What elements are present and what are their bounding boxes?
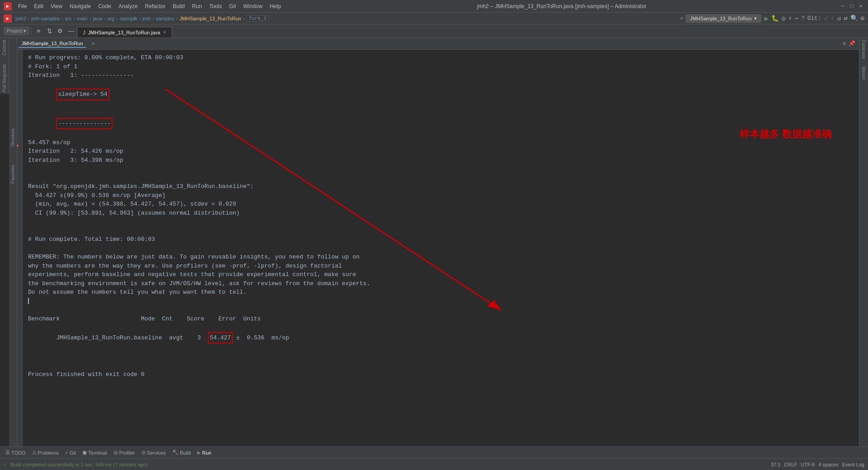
menu-file[interactable]: File bbox=[14, 2, 30, 10]
line-col[interactable]: 37:1 bbox=[771, 462, 780, 467]
benchmark-score: 54.427 bbox=[208, 332, 233, 344]
console-line-blank5 bbox=[28, 244, 854, 253]
breadcrumb-openjdk[interactable]: openjdk bbox=[120, 16, 137, 21]
profiler-tool[interactable]: ◎ Profiler bbox=[112, 450, 137, 456]
project-selector[interactable]: Project ▾ bbox=[4, 27, 29, 35]
todo-tool[interactable]: ☰ TODO bbox=[4, 450, 28, 456]
problems-label: Problems bbox=[38, 450, 59, 456]
run-tab-close[interactable]: ✕ bbox=[89, 40, 98, 47]
window-controls: ─ □ ✕ bbox=[839, 3, 864, 10]
highlighted-dashes: --------------- bbox=[56, 118, 113, 130]
breadcrumb-jmh-samples[interactable]: jmh-samples bbox=[32, 16, 60, 21]
problems-icon: ⚠ bbox=[32, 450, 37, 456]
maven-tab[interactable]: Maven bbox=[861, 66, 866, 80]
event-log[interactable]: Event Log bbox=[842, 462, 864, 467]
pull-requests-tab[interactable]: Pull Requests bbox=[2, 64, 7, 92]
menu-refactor[interactable]: Refactor bbox=[142, 2, 169, 10]
run-tab[interactable]: JMHSample_13_RunToRun bbox=[19, 40, 85, 48]
collapse-all-button[interactable]: ≡ bbox=[33, 26, 43, 36]
console-blank7 bbox=[28, 352, 854, 362]
benchmark-rest: ± 0.536 ms/op bbox=[233, 334, 289, 341]
console-line-10: 54.427 ±(99.9%) 0.536 ms/op [Average] bbox=[28, 191, 854, 200]
breadcrumb-main[interactable]: main bbox=[77, 16, 88, 21]
todo-icon: ☰ bbox=[5, 450, 10, 456]
build-success-icon: ✓ bbox=[4, 461, 7, 468]
debug-button[interactable]: 🐛 bbox=[771, 14, 779, 22]
run-tool[interactable]: ▶ Run bbox=[195, 450, 213, 456]
minimize-panel-button[interactable]: — bbox=[66, 26, 76, 36]
expand-all-button[interactable]: ⇅ bbox=[44, 26, 54, 36]
services-tool[interactable]: ⊙ Services bbox=[140, 450, 168, 456]
encoding[interactable]: UTF-8 bbox=[801, 462, 815, 467]
run-tool-icon: ▶ bbox=[197, 450, 201, 456]
build-label: Build bbox=[180, 450, 191, 456]
services-icon: ⊙ bbox=[142, 450, 146, 456]
breadcrumb-java[interactable]: java bbox=[93, 16, 102, 21]
breadcrumb-org[interactable]: org bbox=[107, 16, 114, 21]
run-pin-icon[interactable]: 📌 bbox=[849, 40, 855, 47]
menu-run[interactable]: Run bbox=[189, 2, 206, 10]
breadcrumb-jmh2[interactable]: jmh2 bbox=[15, 16, 26, 21]
console-line-3: Iteration 1: --------------- bbox=[28, 71, 854, 80]
run-settings-icon[interactable]: ⚙ bbox=[843, 40, 846, 47]
settings-button[interactable]: ⚙ bbox=[861, 14, 864, 22]
minimize-button[interactable]: ─ bbox=[839, 3, 846, 10]
console-line-9: Result "org.openjdk.jmh.samples.JMHSampl… bbox=[28, 182, 854, 191]
more-run-options[interactable]: ⋯ bbox=[795, 14, 798, 22]
breadcrumb-jmh[interactable]: jmh bbox=[142, 16, 151, 21]
menu-navigate[interactable]: Navigate bbox=[66, 2, 94, 10]
tab-close-button[interactable]: ✕ bbox=[163, 30, 166, 35]
menu-window[interactable]: Window bbox=[240, 2, 266, 10]
coverage-button[interactable]: ◎ bbox=[782, 14, 785, 22]
vcs-icon[interactable]: ↩ bbox=[680, 15, 684, 21]
navbar: ▶ jmh2 › jmh-samples › src › main › java… bbox=[0, 13, 868, 24]
menu-help[interactable]: Help bbox=[266, 2, 285, 10]
console-line-4: sleepTime-> 54 bbox=[28, 80, 854, 109]
structure-tab[interactable]: Structure bbox=[10, 128, 15, 147]
git-check[interactable]: ✓ bbox=[824, 14, 828, 22]
bottom-toolbar: ☰ TODO ⚠ Problems ⑂ Git ▣ Terminal ◎ Pro… bbox=[0, 446, 868, 458]
problems-tool[interactable]: ⚠ Problems bbox=[30, 450, 61, 456]
menu-analyze[interactable]: Analyze bbox=[115, 2, 142, 10]
settings-gear-button[interactable]: ⚙ bbox=[55, 26, 65, 36]
editor-tab-active[interactable]: J JMHSample_13_RunToRun.java ✕ bbox=[77, 27, 172, 38]
menu-git[interactable]: Git bbox=[226, 2, 240, 10]
breadcrumb-samples[interactable]: samples bbox=[156, 16, 174, 21]
run-header: ▶ JMHSample_13_RunToRun ✕ ⚙ 📌 bbox=[9, 38, 859, 50]
git-branch[interactable]: fork_2 bbox=[246, 15, 269, 22]
commit-tab[interactable]: Commit bbox=[2, 40, 7, 55]
menu-build[interactable]: Build bbox=[169, 2, 189, 10]
menu-tools[interactable]: Tools bbox=[206, 2, 226, 10]
breadcrumb-src[interactable]: src bbox=[65, 16, 72, 21]
left-sidebar-mid: Structure Favorites bbox=[9, 38, 17, 446]
line-ending[interactable]: CRLF bbox=[784, 462, 797, 467]
build-tool[interactable]: 🔨 Build bbox=[170, 450, 193, 456]
favorites-tab[interactable]: Favorites bbox=[10, 165, 15, 183]
services-label: Services bbox=[147, 450, 166, 456]
console-line-blank6 bbox=[28, 306, 854, 315]
close-button[interactable]: ✕ bbox=[857, 3, 864, 10]
menu-view[interactable]: View bbox=[47, 2, 66, 10]
run-config-selector[interactable]: JMHSample_13_RunToRun ▼ bbox=[686, 14, 761, 23]
help-button[interactable]: ? bbox=[801, 15, 804, 22]
terminal-label: Terminal bbox=[88, 450, 107, 456]
git-tool[interactable]: ⑂ Git bbox=[63, 450, 78, 456]
console-line-12: CI (99.9%): [53.891, 54.963] (assumes no… bbox=[28, 209, 854, 218]
console-line-1: # Run progress: 0.00% complete, ETA 00:0… bbox=[28, 53, 854, 62]
menu-code[interactable]: Code bbox=[94, 2, 115, 10]
search-button[interactable]: 🔍 bbox=[850, 14, 858, 22]
profile-button[interactable]: ⚡ bbox=[788, 14, 792, 22]
console-line-8: Iteration 3: 54.398 ms/op bbox=[28, 156, 854, 165]
maximize-button[interactable]: □ bbox=[848, 3, 855, 10]
console-blank8 bbox=[28, 361, 854, 370]
tab-filename: JMHSample_13_RunToRun.java bbox=[88, 30, 160, 35]
terminal-tool[interactable]: ▣ Terminal bbox=[80, 450, 109, 456]
git-push[interactable]: ↑ bbox=[830, 15, 834, 22]
database-tab[interactable]: Database bbox=[861, 40, 866, 59]
breadcrumb-current-file[interactable]: JMHSample_13_RunToRun bbox=[179, 16, 241, 21]
indent[interactable]: 4 spaces bbox=[818, 462, 838, 467]
translate-button[interactable]: ⇄ bbox=[844, 14, 847, 22]
menu-edit[interactable]: Edit bbox=[30, 2, 47, 10]
run-button[interactable]: ▶ bbox=[764, 14, 769, 23]
git-update[interactable]: ↺ bbox=[837, 14, 841, 22]
